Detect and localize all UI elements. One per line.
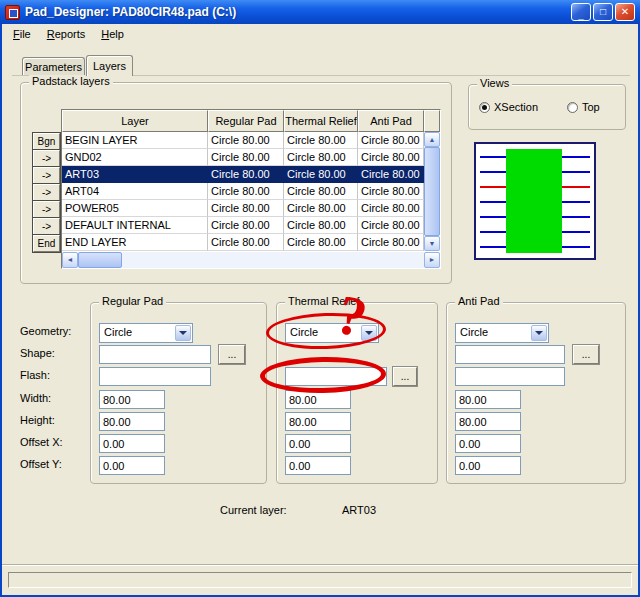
tab-parameters[interactable]: Parameters (22, 57, 85, 76)
table-row-selected[interactable]: ART03 Circle 80.00 Circle 80.00 Circle 8… (62, 166, 424, 183)
vertical-scroll-thumb[interactable] (424, 147, 440, 236)
regular-geometry-dropdown[interactable]: Circle (99, 323, 193, 343)
cell-thermal-relief[interactable]: Circle 80.00 (284, 217, 358, 234)
cell-anti-pad[interactable]: Circle 80.00 (358, 234, 424, 251)
regular-offset-x-input[interactable] (99, 434, 165, 453)
table-row[interactable]: POWER05 Circle 80.00 Circle 80.00 Circle… (62, 200, 424, 217)
width-label: Width: (20, 392, 51, 404)
table-row[interactable]: DEFAULT INTERNAL Circle 80.00 Circle 80.… (62, 217, 424, 234)
menu-file[interactable]: File (5, 26, 39, 42)
close-button[interactable]: ✕ (615, 3, 635, 21)
thermal-height-input[interactable] (285, 412, 351, 431)
cell-layer-name[interactable]: BEGIN LAYER (62, 132, 208, 149)
menu-reports[interactable]: Reports (39, 26, 94, 42)
title-bar[interactable]: Pad_Designer: PAD80CIR48.pad (C:\) _ □ ✕ (0, 0, 640, 24)
cell-anti-pad[interactable]: Circle 80.00 (358, 217, 424, 234)
scroll-left-icon[interactable]: ◄ (62, 252, 78, 268)
cell-regular-pad[interactable]: Circle 80.00 (208, 132, 284, 149)
tab-layers[interactable]: Layers (86, 55, 133, 76)
maximize-button[interactable]: □ (593, 3, 613, 21)
anti-width-input[interactable] (455, 390, 521, 409)
table-row[interactable]: ART04 Circle 80.00 Circle 80.00 Circle 8… (62, 183, 424, 200)
layer-row-button-end[interactable]: End (33, 235, 60, 252)
layer-row-button[interactable]: -> (33, 218, 60, 235)
cell-layer-name[interactable]: POWER05 (62, 200, 208, 217)
cell-thermal-relief[interactable]: Circle 80.00 (284, 166, 358, 183)
minimize-button[interactable]: _ (571, 3, 591, 21)
menu-help[interactable]: Help (93, 26, 132, 42)
cell-regular-pad[interactable]: Circle 80.00 (208, 217, 284, 234)
horizontal-scrollbar[interactable]: ◄ ► (62, 252, 440, 268)
anti-offset-y-input[interactable] (455, 456, 521, 475)
radio-xsection[interactable]: XSection (479, 101, 538, 113)
column-header-thermal-relief[interactable]: Thermal Relief (284, 110, 358, 132)
cell-thermal-relief[interactable]: Circle 80.00 (284, 149, 358, 166)
anti-geometry-dropdown[interactable]: Circle (455, 323, 549, 343)
layer-row-button[interactable]: -> (33, 201, 60, 218)
cell-thermal-relief[interactable]: Circle 80.00 (284, 183, 358, 200)
chevron-down-icon[interactable] (175, 325, 191, 341)
horizontal-scroll-thumb[interactable] (78, 252, 122, 268)
cell-thermal-relief[interactable]: Circle 80.00 (284, 234, 358, 251)
layer-row-button[interactable]: -> (33, 167, 60, 184)
cell-anti-pad[interactable]: Circle 80.00 (358, 132, 424, 149)
regular-shape-browse-button[interactable]: ... (219, 345, 245, 364)
current-layer-value: ART03 (342, 504, 376, 516)
cell-regular-pad[interactable]: Circle 80.00 (208, 200, 284, 217)
scroll-down-icon[interactable]: ▼ (424, 236, 440, 251)
regular-shape-input[interactable] (99, 345, 211, 364)
cell-thermal-relief[interactable]: Circle 80.00 (284, 200, 358, 217)
column-header-anti-pad[interactable]: Anti Pad (358, 110, 424, 132)
offset-y-label: Offset Y: (20, 458, 62, 470)
cell-layer-name[interactable]: ART04 (62, 183, 208, 200)
cell-layer-name[interactable]: END LAYER (62, 234, 208, 251)
regular-offset-y-input[interactable] (99, 456, 165, 475)
table-row[interactable]: BEGIN LAYER Circle 80.00 Circle 80.00 Ci… (62, 132, 424, 149)
column-header-corner (424, 110, 440, 132)
chevron-down-icon[interactable] (361, 325, 377, 341)
chevron-down-icon[interactable] (531, 325, 547, 341)
thermal-offset-x-input[interactable] (285, 434, 351, 453)
layer-row-button[interactable]: -> (33, 184, 60, 201)
cell-thermal-relief[interactable]: Circle 80.00 (284, 132, 358, 149)
anti-shape-input[interactable] (455, 345, 565, 364)
cell-regular-pad[interactable]: Circle 80.00 (208, 149, 284, 166)
cell-layer-name[interactable]: DEFAULT INTERNAL (62, 217, 208, 234)
anti-offset-x-input[interactable] (455, 434, 521, 453)
current-layer-label: Current layer: (220, 504, 287, 516)
horizontal-scroll-track[interactable] (122, 252, 424, 268)
cell-anti-pad[interactable]: Circle 80.00 (358, 200, 424, 217)
anti-height-input[interactable] (455, 412, 521, 431)
cell-anti-pad[interactable]: Circle 80.00 (358, 183, 424, 200)
cell-regular-pad[interactable]: Circle 80.00 (208, 166, 284, 183)
thermal-flash-input[interactable] (285, 367, 387, 386)
thermal-offset-y-input[interactable] (285, 456, 351, 475)
offset-x-label: Offset X: (20, 436, 63, 448)
radio-top[interactable]: Top (567, 101, 600, 113)
cell-regular-pad[interactable]: Circle 80.00 (208, 183, 284, 200)
cell-regular-pad[interactable]: Circle 80.00 (208, 234, 284, 251)
cell-anti-pad[interactable]: Circle 80.00 (358, 149, 424, 166)
anti-flash-input[interactable] (455, 367, 565, 386)
column-header-layer[interactable]: Layer (62, 110, 208, 132)
regular-flash-input[interactable] (99, 367, 211, 386)
cell-layer-name[interactable]: GND02 (62, 149, 208, 166)
scroll-right-icon[interactable]: ► (424, 252, 440, 268)
thermal-width-input[interactable] (285, 390, 351, 409)
layer-row-button[interactable]: -> (33, 150, 60, 167)
vertical-scrollbar[interactable]: ▲ ▼ (424, 132, 440, 251)
table-row[interactable]: GND02 Circle 80.00 Circle 80.00 Circle 8… (62, 149, 424, 166)
thermal-relief-group: Thermal Relief Circle ... (276, 302, 438, 484)
table-row[interactable]: END LAYER Circle 80.00 Circle 80.00 Circ… (62, 234, 424, 251)
cell-layer-name[interactable]: ART03 (62, 166, 208, 183)
column-header-regular-pad[interactable]: Regular Pad (208, 110, 284, 132)
thermal-flash-browse-button[interactable]: ... (393, 367, 417, 386)
regular-width-input[interactable] (99, 390, 165, 409)
scroll-up-icon[interactable]: ▲ (424, 132, 440, 147)
anti-shape-browse-button[interactable]: ... (573, 345, 599, 364)
regular-height-input[interactable] (99, 412, 165, 431)
status-divider (2, 564, 638, 566)
cell-anti-pad[interactable]: Circle 80.00 (358, 166, 424, 183)
layer-row-button-begin[interactable]: Bgn (33, 133, 60, 150)
thermal-geometry-dropdown[interactable]: Circle (285, 323, 379, 343)
